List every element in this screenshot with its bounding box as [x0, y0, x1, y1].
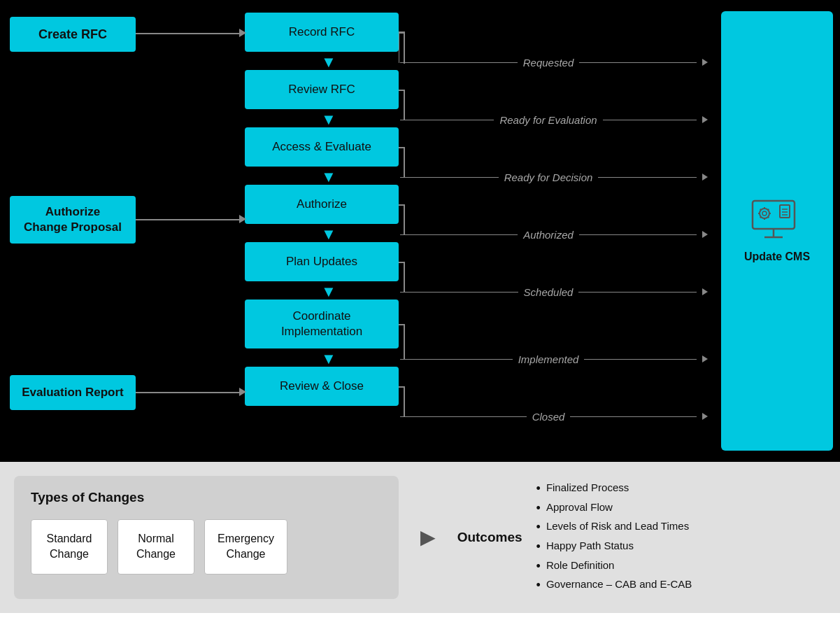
outcomes-label: Outcomes — [457, 530, 522, 545]
update-cms-label: Update CMS — [744, 251, 810, 263]
status-implemented: Implemented — [518, 353, 579, 365]
down-arrow-2: ▼ — [320, 111, 337, 129]
svg-line-13 — [760, 209, 761, 209]
svg-line-14 — [768, 216, 769, 217]
trigger-evaluation-report: Evaluation Report — [10, 375, 136, 410]
cms-icon — [749, 199, 805, 245]
status-ready-decision: Ready for Decision — [504, 171, 593, 183]
process-review-rfc: Review RFC — [245, 70, 399, 109]
outcome-item-2: • Approval Flow — [536, 499, 692, 519]
outcome-item-5: • Role Definition — [536, 557, 692, 577]
process-access-evaluate: Access & Evaluate — [245, 127, 399, 167]
outcome-item-1: • Finalized Process — [536, 479, 692, 499]
status-ready-evaluation: Ready for Evaluation — [499, 114, 597, 126]
trigger-create-rfc: Create RFC — [10, 17, 136, 52]
svg-point-8 — [762, 211, 767, 216]
outcomes-list: • Finalized Process • Approval Flow • Le… — [536, 479, 692, 596]
types-title: Types of Changes — [31, 490, 382, 505]
svg-line-16 — [760, 216, 761, 217]
outcome-item-6: • Governance – CAB and E-CAB — [536, 576, 692, 596]
change-type-emergency: EmergencyChange — [204, 519, 287, 575]
status-closed: Closed — [532, 411, 565, 423]
down-arrow-6: ▼ — [320, 350, 337, 368]
outcome-item-4: • Happy Path Status — [536, 537, 692, 557]
types-of-changes-section: Types of Changes StandardChange NormalCh… — [14, 476, 399, 599]
change-type-standard: StandardChange — [31, 519, 108, 575]
process-record-rfc: Record RFC — [245, 13, 399, 52]
status-requested: Requested — [523, 57, 574, 69]
down-arrow-1: ▼ — [320, 53, 337, 71]
status-scheduled: Scheduled — [524, 286, 574, 298]
trigger-authorize-change: AuthorizeChange Proposal — [10, 196, 136, 244]
update-cms-box: Update CMS — [721, 11, 833, 451]
svg-line-15 — [768, 209, 769, 209]
process-coordinate: CoordinateImplementation — [245, 300, 399, 348]
svg-rect-3 — [780, 205, 790, 218]
down-arrow-4: ▼ — [320, 225, 337, 244]
outcomes-arrow: ► — [415, 523, 441, 552]
process-review-close: Review & Close — [245, 367, 399, 406]
down-arrow-5: ▼ — [320, 283, 337, 301]
status-authorized: Authorized — [523, 229, 574, 241]
process-plan-updates: Plan Updates — [245, 242, 399, 281]
change-type-normal: NormalChange — [118, 519, 194, 575]
process-authorize: Authorize — [245, 185, 399, 224]
down-arrow-3: ▼ — [320, 168, 337, 186]
outcome-item-3: • Levels of Risk and Lead Times — [536, 518, 692, 537]
